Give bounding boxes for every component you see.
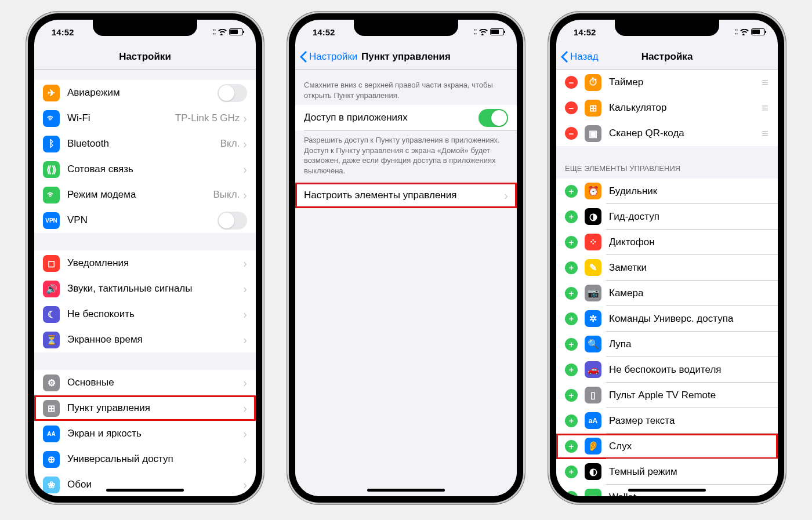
add-button[interactable]: +	[565, 466, 578, 478]
home-indicator[interactable]	[106, 489, 184, 492]
reorder-handle-icon[interactable]: ≡	[762, 81, 769, 83]
row-label: Основные	[67, 377, 243, 388]
home-indicator[interactable]	[367, 489, 445, 492]
app-icon: ᯤ	[43, 187, 60, 203]
status-time: 14:52	[574, 27, 596, 37]
add-button[interactable]: +	[565, 236, 578, 249]
remove-button[interactable]: −	[565, 101, 578, 114]
more-control-row[interactable]: +◐Темный режим	[556, 459, 778, 485]
settings-row[interactable]: VPNVPN	[34, 208, 256, 233]
more-control-row[interactable]: +aAРазмер текста	[556, 408, 778, 434]
app-icon: ◐	[585, 463, 601, 480]
access-in-apps-row[interactable]: Доступ в приложениях	[295, 105, 517, 130]
settings-row[interactable]: ❀Обои›	[34, 472, 256, 496]
row-label: Диктофон	[609, 237, 769, 248]
add-button[interactable]: +	[565, 363, 578, 376]
customize-list[interactable]: −⏱Таймер≡−⊞Калькулятор≡−▣Сканер QR-кода≡…	[556, 70, 778, 496]
row-label: Гид-доступ	[609, 211, 769, 223]
settings-row[interactable]: AAЭкран и яркость›	[34, 421, 256, 446]
more-control-row[interactable]: +📷Камера	[556, 281, 778, 306]
included-control-row[interactable]: −▣Сканер QR-кода≡	[556, 121, 778, 146]
add-button[interactable]: +	[565, 287, 578, 300]
row-label: Звуки, тактильные сигналы	[67, 283, 243, 294]
row-label: Сканер QR-кода	[609, 128, 762, 139]
settings-list[interactable]: ✈АвиарежимᯤWi-FiTP-Link 5 GHz›ᛒBluetooth…	[34, 70, 256, 496]
app-icon: 🔍	[585, 336, 601, 352]
settings-row[interactable]: ◻Уведомления›	[34, 250, 256, 276]
row-label: Wi-Fi	[67, 112, 175, 124]
app-icon: ✎	[585, 259, 601, 276]
phone-mockup-1: 14:52 ⁚⁚ Настройки ✈АвиарежимᯤWi-FiTP-Li…	[26, 12, 264, 504]
more-control-row[interactable]: +🚗Не беспокоить водителя	[556, 357, 778, 383]
settings-row[interactable]: ⊕Универсальный доступ›	[34, 446, 256, 472]
settings-row[interactable]: ⟪⟫Сотовая связь›	[34, 157, 256, 182]
settings-row[interactable]: ⊞Пункт управления›	[34, 395, 256, 421]
more-control-row[interactable]: +▯Пульт Apple TV Remote	[556, 383, 778, 408]
chevron-right-icon: ›	[243, 163, 247, 176]
included-control-row[interactable]: −⏱Таймер≡	[556, 70, 778, 95]
settings-row[interactable]: ᯤWi-FiTP-Link 5 GHz›	[34, 106, 256, 131]
add-button[interactable]: +	[565, 389, 578, 402]
app-icon: ⏱	[585, 74, 601, 91]
row-label: Универсальный доступ	[67, 453, 243, 465]
reorder-handle-icon[interactable]: ≡	[762, 132, 769, 134]
more-control-row[interactable]: +🔍Лупа	[556, 332, 778, 357]
row-label: Калькулятор	[609, 102, 762, 114]
add-button[interactable]: +	[565, 338, 578, 351]
battery-icon	[751, 28, 765, 35]
add-button[interactable]: +	[565, 312, 578, 325]
included-control-row[interactable]: −⊞Калькулятор≡	[556, 95, 778, 121]
row-label: Слух	[609, 441, 769, 452]
battery-icon	[229, 28, 243, 35]
app-icon: 📷	[585, 285, 601, 301]
more-control-row[interactable]: +👂Слух	[556, 434, 778, 459]
more-control-row[interactable]: +✲Команды Универс. доступа	[556, 306, 778, 332]
more-control-row[interactable]: +⏰Будильник	[556, 179, 778, 204]
app-icon: 🚗	[585, 361, 601, 378]
row-label: Таймер	[609, 77, 762, 88]
app-icon: ◻	[43, 255, 60, 272]
chevron-right-icon: ›	[243, 188, 247, 202]
chevron-right-icon: ›	[243, 308, 247, 321]
customize-controls-row[interactable]: Настроить элементы управления ›	[295, 183, 517, 208]
more-control-row[interactable]: +⁘Диктофон	[556, 230, 778, 255]
chevron-right-icon: ›	[243, 376, 247, 390]
toggle[interactable]	[217, 84, 247, 102]
page-title: Настройки	[119, 51, 171, 63]
settings-row[interactable]: ᯤРежим модемаВыкл.›	[34, 182, 256, 208]
row-label: Пульт Apple TV Remote	[609, 390, 769, 401]
app-icon: AA	[43, 426, 60, 442]
home-indicator[interactable]	[628, 489, 706, 492]
settings-row[interactable]: ☾Не беспокоить›	[34, 301, 256, 327]
add-button[interactable]: +	[565, 414, 578, 427]
settings-row[interactable]: ᛒBluetoothВкл.›	[34, 131, 256, 157]
settings-row[interactable]: ⏳Экранное время›	[34, 327, 256, 352]
app-icon: ⟪⟫	[43, 161, 60, 178]
wifi-icon	[479, 27, 488, 37]
app-icon: ᛒ	[43, 136, 60, 152]
settings-row[interactable]: ⚙Основные›	[34, 370, 256, 395]
remove-button[interactable]: −	[565, 127, 578, 140]
app-icon: ◑	[585, 208, 601, 225]
row-detail: TP-Link 5 GHz	[175, 112, 240, 124]
add-button[interactable]: +	[565, 491, 578, 496]
access-label: Доступ в приложениях	[304, 112, 478, 123]
reorder-handle-icon[interactable]: ≡	[762, 107, 769, 109]
control-center-settings[interactable]: Смахните вниз с верхней правой части экр…	[295, 70, 517, 496]
remove-button[interactable]: −	[565, 76, 578, 89]
page-title: Настройка	[641, 51, 693, 63]
more-control-row[interactable]: +◑Гид-доступ	[556, 204, 778, 230]
settings-row[interactable]: ✈Авиарежим	[34, 80, 256, 106]
add-button[interactable]: +	[565, 210, 578, 223]
add-button[interactable]: +	[565, 440, 578, 453]
back-button[interactable]: Назад	[561, 51, 599, 63]
back-button[interactable]: Настройки	[300, 51, 357, 63]
settings-row[interactable]: 🔊Звуки, тактильные сигналы›	[34, 276, 256, 301]
more-control-row[interactable]: +✎Заметки	[556, 255, 778, 281]
access-toggle[interactable]	[478, 109, 508, 127]
row-label: Сотовая связь	[67, 163, 243, 175]
add-button[interactable]: +	[565, 185, 578, 198]
app-icon: VPN	[43, 212, 60, 229]
add-button[interactable]: +	[565, 261, 578, 274]
toggle[interactable]	[217, 212, 247, 230]
